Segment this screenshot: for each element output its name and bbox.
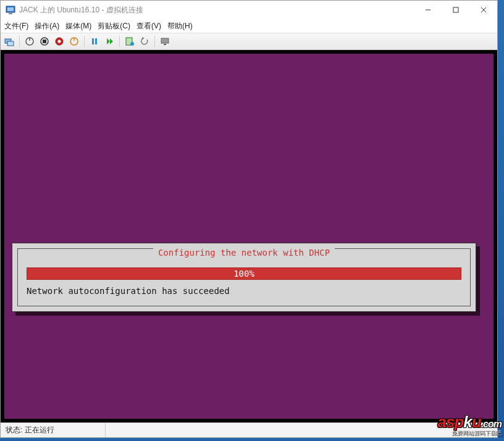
progress-bar: 100% — [27, 267, 461, 280]
svg-rect-17 — [92, 38, 94, 44]
svg-marker-19 — [107, 38, 110, 44]
titlebar: JACK 上的 Ubuntu16.10 - 虚拟机连接 — [1, 1, 497, 19]
toolbar — [1, 33, 497, 50]
toolbar-separator — [19, 36, 20, 47]
vm-display[interactable]: Configuring the network with DHCP 100% N… — [1, 50, 497, 422]
dialog-frame: Configuring the network with DHCP 100% N… — [17, 248, 471, 306]
window-buttons — [414, 1, 497, 19]
statusbar: 状态: 正在运行 — [1, 422, 497, 437]
svg-rect-8 — [7, 41, 14, 46]
menu-view[interactable]: 查看(V) — [136, 21, 161, 32]
menu-file[interactable]: 文件(F) — [4, 21, 28, 32]
reset-button[interactable] — [103, 35, 116, 48]
pause-button[interactable] — [88, 35, 101, 48]
svg-rect-24 — [161, 38, 169, 43]
minimize-button[interactable] — [414, 1, 442, 19]
close-button[interactable] — [469, 1, 497, 19]
toolbar-separator — [154, 36, 155, 47]
svg-rect-12 — [43, 40, 46, 43]
dialog-title: Configuring the network with DHCP — [153, 248, 335, 257]
start-button[interactable] — [23, 35, 36, 48]
dialog-status-text: Network autoconfiguration has succeeded — [27, 286, 230, 296]
desktop-right-strip — [498, 0, 504, 441]
menu-action[interactable]: 操作(A) — [35, 21, 59, 32]
menu-clipboard[interactable]: 剪贴板(C) — [98, 21, 130, 32]
ctrl-alt-del-button[interactable] — [3, 35, 15, 48]
svg-rect-4 — [453, 7, 458, 12]
turnoff-button[interactable] — [38, 35, 51, 48]
toolbar-separator — [119, 36, 120, 47]
save-button[interactable] — [68, 35, 80, 48]
svg-rect-1 — [7, 7, 14, 11]
menu-help[interactable]: 帮助(H) — [167, 21, 193, 32]
maximize-button[interactable] — [442, 1, 469, 19]
svg-marker-23 — [142, 37, 145, 40]
enhanced-session-button[interactable] — [159, 35, 171, 48]
svg-rect-2 — [9, 13, 12, 14]
status-state: 状态: 正在运行 — [1, 423, 106, 437]
menubar: 文件(F) 操作(A) 媒体(M) 剪贴板(C) 查看(V) 帮助(H) — [1, 19, 497, 33]
checkpoint-button[interactable] — [124, 35, 136, 48]
svg-marker-20 — [110, 38, 113, 44]
svg-rect-18 — [95, 38, 97, 44]
toolbar-separator — [84, 36, 85, 47]
vm-connect-window: JACK 上的 Ubuntu16.10 - 虚拟机连接 文件(F) 操作(A) … — [0, 0, 498, 438]
menu-media[interactable]: 媒体(M) — [65, 21, 91, 32]
svg-point-22 — [130, 42, 134, 46]
window-title: JACK 上的 Ubuntu16.10 - 虚拟机连接 — [19, 5, 414, 15]
desktop-bottom-strip — [0, 438, 504, 441]
installer-background — [4, 54, 494, 419]
status-empty — [106, 423, 497, 437]
svg-point-14 — [58, 40, 61, 43]
app-icon — [6, 5, 15, 15]
shutdown-button[interactable] — [53, 35, 65, 48]
revert-button[interactable] — [138, 35, 151, 48]
progress-label: 100% — [233, 269, 254, 279]
dhcp-dialog: Configuring the network with DHCP 100% N… — [12, 243, 476, 312]
svg-rect-25 — [164, 44, 166, 45]
